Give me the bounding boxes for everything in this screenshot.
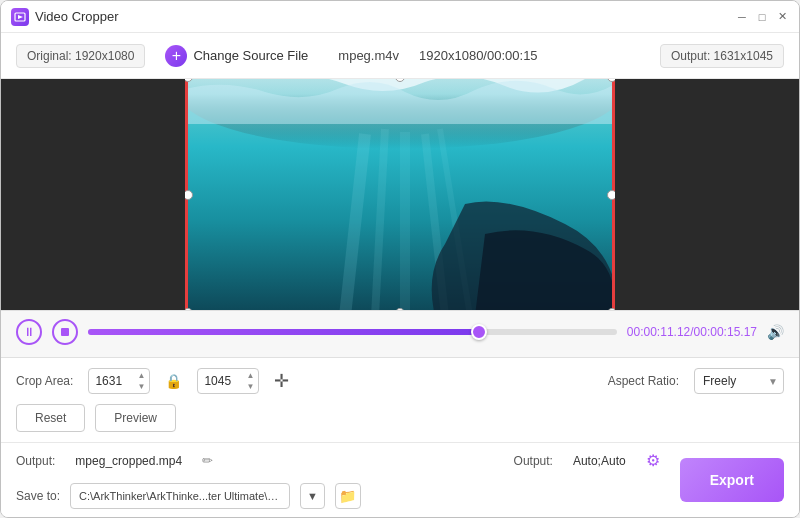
save-to-label: Save to: — [16, 489, 60, 503]
video-frame — [185, 79, 615, 310]
lock-icon[interactable]: 🔒 — [165, 373, 182, 389]
maximize-button[interactable]: □ — [755, 10, 769, 24]
open-folder-button[interactable]: 📁 — [335, 483, 361, 509]
app-icon — [11, 8, 29, 26]
plus-icon: + — [165, 45, 187, 67]
file-info: mpeg.m4v 1920x1080/00:00:15 — [338, 48, 537, 63]
output-row: Output: mpeg_cropped.mp4 ✏ Output: Auto;… — [16, 451, 660, 470]
crop-controls: Crop Area: ▲ ▼ 🔒 ▲ ▼ — [1, 357, 799, 442]
video-canvas — [185, 79, 615, 310]
svg-rect-4 — [61, 328, 69, 336]
folder-icon: 📁 — [339, 488, 356, 504]
pause-button[interactable]: ⏸ — [16, 319, 42, 345]
height-spin: ▲ ▼ — [243, 370, 257, 392]
crop-width-group: ▲ ▼ — [88, 368, 150, 394]
aspect-ratio-select[interactable]: Freely 16:9 4:3 1:1 9:16 — [694, 368, 784, 394]
save-row: Save to: C:\ArkThinker\ArkThinke...ter U… — [16, 483, 660, 509]
output-resolution-label: Output: 1631x1045 — [660, 44, 784, 68]
aspect-ratio-label: Aspect Ratio: — [608, 374, 679, 388]
close-button[interactable]: ✕ — [775, 10, 789, 24]
gear-icon[interactable]: ⚙ — [646, 451, 660, 470]
filename-label: mpeg.m4v — [338, 48, 399, 63]
app-title: Video Cropper — [35, 9, 735, 24]
progress-fill — [88, 329, 479, 335]
window-controls: ─ □ ✕ — [735, 10, 789, 24]
change-source-label: Change Source File — [193, 48, 308, 63]
main-window: Video Cropper ─ □ ✕ Original: 1920x1080 … — [0, 0, 800, 518]
bottom-section: Output: mpeg_cropped.mp4 ✏ Output: Auto;… — [1, 442, 799, 517]
resolution-label: 1920x1080/00:00:15 — [419, 48, 538, 63]
preview-button[interactable]: Preview — [95, 404, 176, 432]
controls-bar: ⏸ 00:00:11.12/00:00:15.17 🔊 — [1, 310, 799, 357]
toolbar: Original: 1920x1080 + Change Source File… — [1, 33, 799, 79]
crop-area-label: Crop Area: — [16, 374, 73, 388]
crop-width-wrap: ▲ ▼ — [88, 368, 150, 394]
bottom-right: Export — [660, 451, 784, 509]
output-settings-label: Output: — [514, 454, 553, 468]
title-bar: Video Cropper ─ □ ✕ — [1, 1, 799, 33]
ocean-svg — [185, 79, 615, 310]
minimize-button[interactable]: ─ — [735, 10, 749, 24]
dropdown-arrow-icon: ▼ — [307, 490, 318, 502]
video-area — [1, 79, 799, 310]
current-time: 00:00:11.12 — [627, 325, 690, 339]
output-settings-value: Auto;Auto — [573, 454, 626, 468]
action-buttons: Reset Preview — [16, 404, 784, 432]
export-button[interactable]: Export — [680, 458, 784, 502]
crop-size-row: Crop Area: ▲ ▼ 🔒 ▲ ▼ — [16, 368, 784, 394]
aspect-select-wrap: Freely 16:9 4:3 1:1 9:16 ▼ — [694, 368, 784, 394]
path-dropdown-wrap: ▼ — [300, 483, 325, 509]
width-up-button[interactable]: ▲ — [134, 370, 148, 381]
progress-thumb[interactable] — [471, 324, 487, 340]
playback-row: ⏸ 00:00:11.12/00:00:15.17 🔊 — [16, 319, 784, 345]
height-down-button[interactable]: ▼ — [243, 381, 257, 392]
stop-button[interactable] — [52, 319, 78, 345]
output-filename: mpeg_cropped.mp4 — [75, 454, 182, 468]
edit-icon[interactable]: ✏ — [202, 453, 213, 468]
crop-height-wrap: ▲ ▼ — [197, 368, 259, 394]
move-icon: ✛ — [274, 370, 289, 392]
svg-marker-1 — [18, 15, 23, 19]
change-source-button[interactable]: + Change Source File — [165, 45, 308, 67]
crop-height-group: ▲ ▼ — [197, 368, 259, 394]
output-file-label: Output: — [16, 454, 55, 468]
time-display: 00:00:11.12/00:00:15.17 — [627, 325, 757, 339]
stop-icon — [60, 327, 70, 337]
original-resolution-label: Original: 1920x1080 — [16, 44, 145, 68]
width-down-button[interactable]: ▼ — [134, 381, 148, 392]
reset-button[interactable]: Reset — [16, 404, 85, 432]
path-dropdown-button[interactable]: ▼ — [300, 483, 325, 509]
progress-bar[interactable] — [88, 329, 617, 335]
save-path-text: C:\ArkThinker\ArkThinke...ter Ultimate\V… — [79, 490, 279, 502]
save-path-display: C:\ArkThinker\ArkThinke...ter Ultimate\V… — [70, 483, 290, 509]
total-time: 00:00:15.17 — [694, 325, 757, 339]
width-spin: ▲ ▼ — [134, 370, 148, 392]
bottom-left: Output: mpeg_cropped.mp4 ✏ Output: Auto;… — [16, 451, 660, 509]
volume-icon[interactable]: 🔊 — [767, 324, 784, 340]
height-up-button[interactable]: ▲ — [243, 370, 257, 381]
